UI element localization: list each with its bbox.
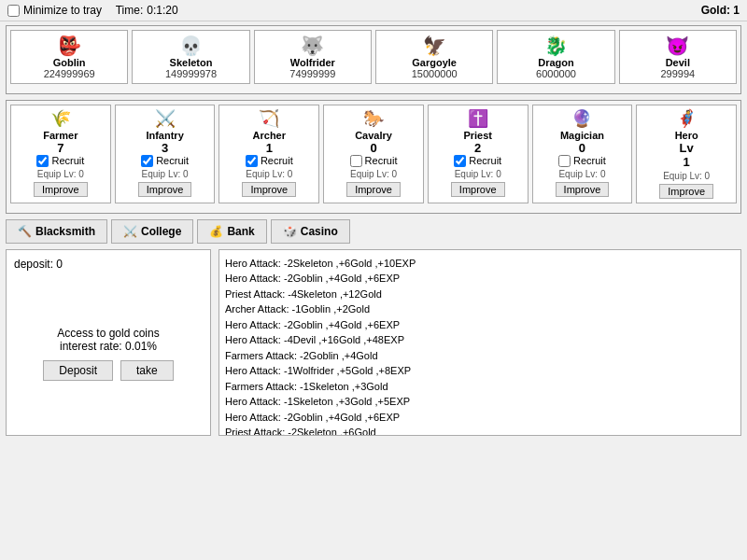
bank-access-label: Access to gold coins interest rate: 0.01… (14, 327, 203, 353)
improve-button-infantry[interactable]: Improve (138, 182, 192, 197)
monster-icon-dragon: 🐉 (501, 35, 610, 57)
title-bar: Minimize to tray Time: 0:1:20 Gold: 1 (0, 0, 747, 21)
title-bar-left: Minimize to tray Time: 0:1:20 (7, 4, 178, 17)
recruit-checkbox-infantry[interactable] (141, 155, 153, 167)
monster-name-wolfrider: Wolfrider (259, 57, 367, 68)
unit-card-priest: ✝️ Priest 2 Recruit Equip Lv: 0 Improve (428, 105, 529, 203)
monster-count-devil: 299994 (624, 68, 732, 79)
unit-row: 🌾 Farmer 7 Recruit Equip Lv: 0 Improve ⚔… (10, 105, 737, 203)
casino-tab-label: Casino (301, 225, 338, 238)
unit-name-farmer: Farmer (15, 130, 106, 141)
unit-name-archer: Archer (223, 130, 315, 141)
unit-count-infantry: 3 (120, 141, 211, 155)
monster-name-dragon: Dragon (501, 57, 610, 68)
monster-count-skeleton: 149999978 (136, 68, 245, 79)
improve-button-cavalry[interactable]: Improve (346, 182, 401, 197)
unit-equip-priest: Equip Lv: 0 (432, 169, 524, 179)
time-label: Time: (116, 4, 144, 17)
unit-icon-hero: 🦸 (641, 109, 732, 130)
unit-icon-infantry: ⚔️ (120, 109, 211, 130)
monster-card-gargoyle: 🦅 Gargoyle 15000000 (375, 30, 493, 84)
log-entry: Farmers Attack: -1Skeleton ,+3Gold (225, 379, 735, 395)
college-tab-icon: ⚔️ (123, 225, 137, 238)
recruit-checkbox-magician[interactable] (558, 155, 571, 167)
blacksmith-tab-icon: 🔨 (18, 225, 32, 238)
recruit-checkbox-archer[interactable] (246, 155, 258, 167)
unit-count-hero: Lv1 (641, 141, 732, 169)
monster-card-wolfrider: 🐺 Wolfrider 74999999 (254, 30, 372, 84)
unit-name-hero: Hero (641, 130, 732, 141)
unit-equip-hero: Equip Lv: 0 (641, 171, 732, 181)
deposit-label: deposit: 0 (14, 258, 203, 271)
monster-count-wolfrider: 74999999 (259, 68, 367, 79)
unit-card-archer: 🏹 Archer 1 Recruit Equip Lv: 0 Improve (218, 105, 319, 203)
log-entry: Hero Attack: -2Goblin ,+4Gold ,+6EXP (225, 317, 735, 333)
unit-count-priest: 2 (432, 141, 524, 155)
unit-equip-infantry: Equip Lv: 0 (120, 169, 211, 179)
log-entry: Hero Attack: -2Goblin ,+4Gold ,+6EXP (225, 271, 735, 287)
time-value: 0:1:20 (147, 4, 177, 17)
monster-row: 👺 Goblin 224999969 💀 Skeleton 149999978 … (10, 30, 737, 84)
monster-card-devil: 😈 Devil 299994 (619, 30, 737, 84)
tab-row: 🔨Blacksmith⚔️College💰Bank🎲Casino (6, 219, 741, 244)
unit-name-magician: Magician (537, 130, 628, 141)
recruit-checkbox-farmer[interactable] (36, 155, 49, 167)
log-entry: Archer Attack: -1Goblin ,+2Gold (225, 301, 735, 317)
take-button[interactable]: take (120, 360, 174, 381)
tab-blacksmith[interactable]: 🔨Blacksmith (6, 219, 107, 244)
improve-button-hero[interactable]: Improve (659, 184, 713, 199)
tab-bank[interactable]: 💰Bank (197, 219, 266, 244)
monster-count-dragon: 6000000 (501, 68, 610, 79)
monster-icon-goblin: 👺 (15, 35, 123, 57)
monster-count-goblin: 224999969 (15, 68, 123, 79)
unit-equip-farmer: Equip Lv: 0 (15, 169, 106, 179)
bank-buttons: Deposit take (14, 360, 203, 381)
unit-count-cavalry: 0 (328, 141, 419, 155)
tab-casino[interactable]: 🎲Casino (271, 219, 350, 244)
unit-card-farmer: 🌾 Farmer 7 Recruit Equip Lv: 0 Improve (10, 105, 111, 203)
monster-icon-skeleton: 💀 (136, 35, 245, 57)
gold-label: Gold: (701, 4, 730, 17)
recruit-checkbox-cavalry[interactable] (350, 155, 362, 167)
unit-count-farmer: 7 (15, 141, 106, 155)
unit-recruit-magician: Recruit (537, 155, 628, 167)
improve-button-magician[interactable]: Improve (556, 182, 610, 197)
unit-card-magician: 🔮 Magician 0 Recruit Equip Lv: 0 Improve (532, 105, 633, 203)
log-entry: Hero Attack: -4Devil ,+16Gold ,+48EXP (225, 332, 735, 348)
college-tab-label: College (141, 225, 181, 238)
monster-section: 👺 Goblin 224999969 💀 Skeleton 149999978 … (6, 25, 741, 94)
unit-icon-cavalry: 🐎 (328, 109, 419, 130)
unit-icon-farmer: 🌾 (15, 109, 106, 130)
unit-section: 🌾 Farmer 7 Recruit Equip Lv: 0 Improve ⚔… (6, 100, 741, 214)
bank-tab-label: Bank (227, 225, 254, 238)
monster-icon-wolfrider: 🐺 (259, 35, 367, 57)
unit-name-cavalry: Cavalry (328, 130, 419, 141)
unit-recruit-cavalry: Recruit (328, 155, 419, 167)
unit-recruit-farmer: Recruit (15, 155, 106, 167)
unit-equip-magician: Equip Lv: 0 (537, 169, 628, 179)
log-entry: Hero Attack: -2Goblin ,+4Gold ,+6EXP (225, 410, 735, 426)
deposit-button[interactable]: Deposit (43, 360, 113, 381)
improve-button-farmer[interactable]: Improve (34, 182, 88, 197)
unit-equip-cavalry: Equip Lv: 0 (328, 169, 419, 179)
improve-button-archer[interactable]: Improve (242, 182, 296, 197)
tab-college[interactable]: ⚔️College (111, 219, 193, 244)
recruit-checkbox-priest[interactable] (454, 155, 466, 167)
log-entry: Farmers Attack: -2Goblin ,+4Gold (225, 348, 735, 364)
gold-value: 1 (733, 4, 740, 17)
monster-name-skeleton: Skeleton (136, 57, 245, 68)
bottom-section: deposit: 0 Access to gold coins interest… (6, 249, 741, 436)
unit-icon-archer: 🏹 (223, 109, 315, 130)
unit-equip-archer: Equip Lv: 0 (223, 169, 315, 179)
monster-name-goblin: Goblin (15, 57, 123, 68)
log-entry: Hero Attack: -2Skeleton ,+6Gold ,+10EXP (225, 256, 735, 272)
improve-button-priest[interactable]: Improve (451, 182, 505, 197)
unit-name-infantry: Infantry (120, 130, 211, 141)
unit-name-priest: Priest (432, 130, 524, 141)
log-entry: Hero Attack: -1Skeleton ,+3Gold ,+5EXP (225, 394, 735, 410)
monster-count-gargoyle: 15000000 (380, 68, 488, 79)
monster-card-dragon: 🐉 Dragon 6000000 (497, 30, 614, 84)
unit-recruit-priest: Recruit (432, 155, 524, 167)
bank-tab-icon: 💰 (209, 225, 223, 238)
minimize-tray-checkbox[interactable] (7, 5, 20, 17)
